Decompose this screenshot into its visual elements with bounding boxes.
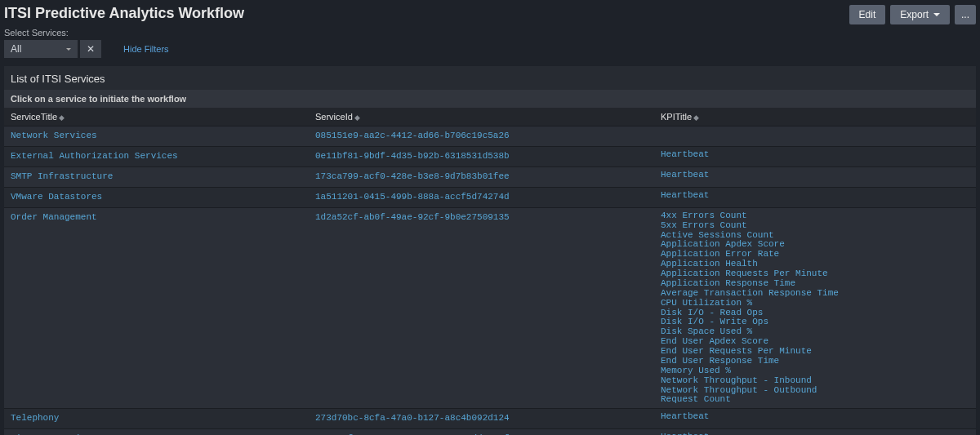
kpi-link[interactable]: End User Response Time xyxy=(661,357,969,366)
service-id-link[interactable]: 173ca799-acf0-428e-b3e8-9d7b83b01fee xyxy=(315,171,648,184)
sort-icon: ◆ xyxy=(693,113,699,122)
services-table: ServiceTitle◆ ServiceId◆ KPITitle◆ Netwo… xyxy=(4,108,976,435)
table-row[interactable]: License Services2777aaf4-05ac-4c15-a886-… xyxy=(4,429,976,435)
table-row[interactable]: External Authorization Services0e11bf81-… xyxy=(4,146,976,166)
table-row[interactable]: Order Management1d2a52cf-ab0f-49ae-92cf-… xyxy=(4,207,976,409)
export-button[interactable]: Export xyxy=(890,5,950,24)
column-header-kpi-title[interactable]: KPITitle◆ xyxy=(654,108,976,127)
service-id-link[interactable]: 273d70bc-8cfa-47a0-b127-a8c4b092d124 xyxy=(315,412,648,425)
kpi-link[interactable]: Application Response Time xyxy=(661,279,969,289)
export-label: Export xyxy=(900,9,929,20)
service-id-link[interactable]: 0e11bf81-9bdf-4d35-b92b-6318531d538b xyxy=(315,150,648,163)
service-select[interactable]: All xyxy=(4,40,78,58)
table-row[interactable]: SMTP Infrastructure173ca799-acf0-428e-b3… xyxy=(4,166,976,187)
clear-filter-button[interactable]: ✕ xyxy=(80,40,101,58)
table-row[interactable]: VMware Datastores1a511201-0415-499b-888a… xyxy=(4,187,976,207)
kpi-link[interactable]: 4xx Errors Count xyxy=(661,211,969,221)
chevron-down-icon xyxy=(933,13,940,16)
column-header-service-id[interactable]: ServiceId◆ xyxy=(309,108,654,127)
filter-row: Select Services: All ✕ Hide Filters xyxy=(0,26,980,63)
service-title-link[interactable]: Network Services xyxy=(11,130,302,143)
header-actions: Edit Export ... xyxy=(849,5,976,24)
column-header-service-title[interactable]: ServiceTitle◆ xyxy=(4,108,309,127)
column-label: ServiceTitle xyxy=(11,112,57,122)
edit-button[interactable]: Edit xyxy=(849,5,886,24)
kpi-link[interactable]: Heartbeat xyxy=(661,150,969,160)
hide-filters-link[interactable]: Hide Filters xyxy=(123,44,169,54)
page-title: ITSI Predictive Analytics Workflow xyxy=(4,5,244,22)
kpi-link[interactable]: 5xx Errors Count xyxy=(661,221,969,231)
filter-label: Select Services: xyxy=(4,28,976,38)
table-row[interactable]: Telephony273d70bc-8cfa-47a0-b127-a8c4b09… xyxy=(4,409,976,429)
service-id-link[interactable]: 1d2a52cf-ab0f-49ae-92cf-9b0e27509135 xyxy=(315,211,648,224)
column-label: KPITitle xyxy=(661,112,692,122)
kpi-link[interactable]: Memory Used % xyxy=(661,366,969,376)
service-title-link[interactable]: VMware Datastores xyxy=(11,191,302,204)
kpi-link[interactable]: Network Throughput - Inbound xyxy=(661,376,969,386)
kpi-link[interactable]: CPU Utilization % xyxy=(661,299,969,308)
sort-icon: ◆ xyxy=(354,113,360,122)
kpi-link[interactable]: Heartbeat xyxy=(661,191,969,201)
service-id-link[interactable]: 1a511201-0415-499b-888a-accf5d74274d xyxy=(315,191,648,204)
kpi-link[interactable]: Request Count xyxy=(661,395,969,405)
content-panel: List of ITSI Services Click on a service… xyxy=(4,66,976,435)
table-row[interactable]: Network Services085151e9-aa2c-4412-ad66-… xyxy=(4,127,976,147)
kpi-link[interactable]: Heartbeat xyxy=(661,412,969,422)
service-title-link[interactable]: Order Management xyxy=(11,211,302,224)
chevron-down-icon xyxy=(66,48,71,51)
kpi-link[interactable]: Heartbeat xyxy=(661,171,969,180)
sort-icon: ◆ xyxy=(59,113,65,122)
service-title-link[interactable]: External Authorization Services xyxy=(11,150,302,163)
service-title-link[interactable]: SMTP Infrastructure xyxy=(11,171,302,184)
column-label: ServiceId xyxy=(315,112,353,122)
kpi-link[interactable]: Average Transaction Response Time xyxy=(661,289,969,299)
more-button[interactable]: ... xyxy=(955,5,976,24)
service-title-link[interactable]: Telephony xyxy=(11,412,302,425)
service-id-link[interactable]: 085151e9-aa2c-4412-ad66-b706c19c5a26 xyxy=(315,130,648,143)
section-subtitle: Click on a service to initiate the workf… xyxy=(4,90,976,108)
section-title: List of ITSI Services xyxy=(4,66,976,90)
service-select-value: All xyxy=(11,43,21,55)
